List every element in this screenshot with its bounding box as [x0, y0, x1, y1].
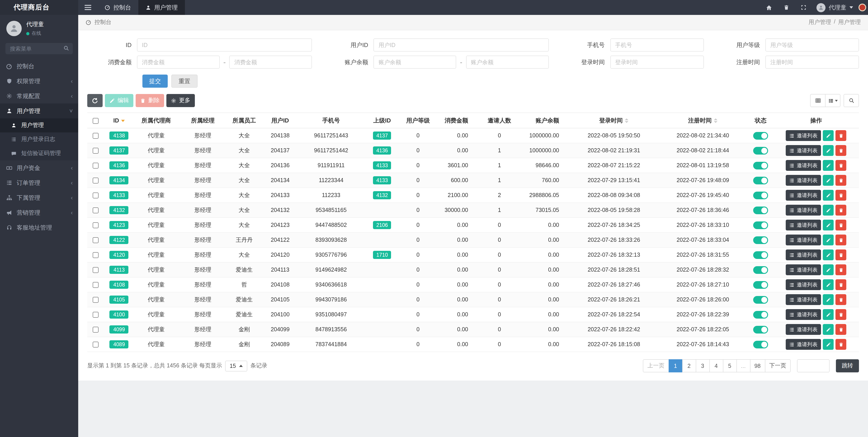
row-edit-button[interactable]: [823, 205, 834, 216]
row-edit-button[interactable]: [823, 145, 834, 156]
refresh-button[interactable]: [87, 94, 103, 107]
submenu-item-login-log[interactable]: 用户登录日志: [0, 132, 78, 147]
row-delete-button[interactable]: [836, 309, 846, 320]
row-edit-button[interactable]: [823, 264, 834, 275]
tab-dashboard[interactable]: 控制台: [97, 0, 138, 15]
fullscreen-button[interactable]: [795, 0, 812, 15]
row-edit-button[interactable]: [823, 309, 834, 320]
toggle-search-button[interactable]: [844, 94, 859, 107]
status-toggle[interactable]: [753, 132, 768, 139]
row-edit-button[interactable]: [823, 220, 834, 230]
invite-list-button[interactable]: 邀请列表: [786, 160, 821, 171]
breadcrumb-home[interactable]: 控制台: [94, 19, 112, 26]
filter-input-consume-min[interactable]: [137, 56, 220, 69]
row-delete-button[interactable]: [836, 220, 846, 230]
clear-cache-button[interactable]: [778, 0, 795, 15]
sidebar-item-dashboard[interactable]: 控制台: [0, 59, 78, 74]
columns-button[interactable]: [825, 94, 840, 107]
page-button[interactable]: 98: [750, 359, 765, 372]
row-checkbox[interactable]: [92, 133, 98, 139]
page-button[interactable]: 3: [695, 359, 710, 372]
sidebar-item-orders[interactable]: 订单管理‹: [0, 175, 78, 190]
menu-search-input[interactable]: [5, 43, 73, 54]
status-toggle[interactable]: [753, 325, 768, 333]
row-checkbox[interactable]: [92, 312, 98, 318]
submenu-item-sms-code[interactable]: 短信验证码管理: [0, 147, 78, 160]
sidebar-item-settings[interactable]: 常规配置‹: [0, 89, 78, 103]
page-button[interactable]: 2: [682, 359, 696, 372]
sidebar-item-marketing[interactable]: 营销管理‹: [0, 205, 78, 220]
filter-input-user-id[interactable]: [374, 38, 549, 52]
toggle-view-button[interactable]: [810, 94, 826, 107]
filter-input-level[interactable]: [765, 38, 859, 52]
row-checkbox[interactable]: [92, 208, 98, 213]
status-toggle[interactable]: [753, 221, 768, 229]
invite-list-button[interactable]: 邀请列表: [786, 220, 821, 230]
row-delete-button[interactable]: [836, 279, 846, 290]
row-delete-button[interactable]: [836, 175, 846, 186]
row-checkbox[interactable]: [92, 237, 98, 243]
row-edit-button[interactable]: [823, 175, 834, 186]
row-delete-button[interactable]: [836, 190, 846, 201]
submenu-item-user-management[interactable]: 用户管理: [0, 118, 78, 132]
row-delete-button[interactable]: [836, 324, 846, 335]
status-toggle[interactable]: [753, 147, 768, 154]
row-delete-button[interactable]: [836, 160, 846, 171]
status-toggle[interactable]: [753, 341, 768, 348]
row-checkbox[interactable]: [92, 178, 98, 184]
row-checkbox[interactable]: [92, 252, 98, 258]
col-header-id[interactable]: ID: [103, 113, 134, 128]
row-delete-button[interactable]: [836, 339, 846, 350]
row-checkbox[interactable]: [92, 342, 98, 347]
row-edit-button[interactable]: [823, 339, 834, 350]
row-delete-button[interactable]: [836, 130, 846, 141]
page-button[interactable]: 4: [709, 359, 723, 372]
jump-page-input[interactable]: [797, 359, 830, 372]
invite-list-button[interactable]: 邀请列表: [786, 324, 821, 335]
row-delete-button[interactable]: [836, 249, 846, 260]
invite-list-button[interactable]: 邀请列表: [786, 294, 821, 305]
sidebar-item-service-address[interactable]: 客服地址管理: [0, 220, 78, 235]
status-toggle[interactable]: [753, 236, 768, 244]
row-checkbox[interactable]: [92, 222, 98, 228]
page-size-select[interactable]: 15: [225, 361, 247, 371]
status-toggle[interactable]: [753, 296, 768, 304]
invite-list-button[interactable]: 邀请列表: [786, 249, 821, 260]
row-edit-button[interactable]: [823, 249, 834, 260]
more-button[interactable]: 更多: [166, 94, 195, 107]
invite-list-button[interactable]: 邀请列表: [786, 264, 821, 275]
row-checkbox[interactable]: [92, 327, 98, 333]
row-edit-button[interactable]: [823, 235, 834, 245]
profile-avatar[interactable]: [6, 21, 22, 36]
status-toggle[interactable]: [753, 311, 768, 318]
invite-list-button[interactable]: 邀请列表: [786, 190, 821, 201]
mini-avatar-icon[interactable]: [859, 4, 866, 11]
prev-page-button[interactable]: 上一页: [643, 359, 669, 372]
row-edit-button[interactable]: [823, 130, 834, 141]
col-header-login-time[interactable]: 登录时间: [570, 113, 658, 128]
filter-input-balance-max[interactable]: [466, 56, 549, 69]
row-checkbox[interactable]: [92, 267, 98, 273]
user-menu[interactable]: 代理童: [812, 0, 858, 15]
row-checkbox[interactable]: [92, 148, 98, 154]
invite-list-button[interactable]: 邀请列表: [786, 175, 821, 186]
home-button[interactable]: [761, 0, 778, 15]
row-checkbox[interactable]: [92, 297, 98, 303]
filter-input-reg-time[interactable]: [765, 56, 859, 69]
filter-input-login-time[interactable]: [610, 56, 704, 69]
row-delete-button[interactable]: [836, 205, 846, 216]
invite-list-button[interactable]: 邀请列表: [786, 145, 821, 156]
tab-user-management[interactable]: 用户管理: [138, 0, 185, 15]
edit-button[interactable]: 编辑: [105, 94, 133, 107]
row-edit-button[interactable]: [823, 294, 834, 305]
filter-input-balance-min[interactable]: [374, 56, 456, 69]
sidebar-item-subordinates[interactable]: 下属管理‹: [0, 190, 78, 205]
row-delete-button[interactable]: [836, 264, 846, 275]
row-edit-button[interactable]: [823, 279, 834, 290]
row-checkbox[interactable]: [92, 282, 98, 288]
invite-list-button[interactable]: 邀请列表: [786, 130, 821, 141]
invite-list-button[interactable]: 邀请列表: [786, 235, 821, 245]
page-button[interactable]: 5: [723, 359, 737, 372]
page-button[interactable]: 1: [669, 359, 682, 372]
filter-input-phone[interactable]: [610, 38, 704, 52]
